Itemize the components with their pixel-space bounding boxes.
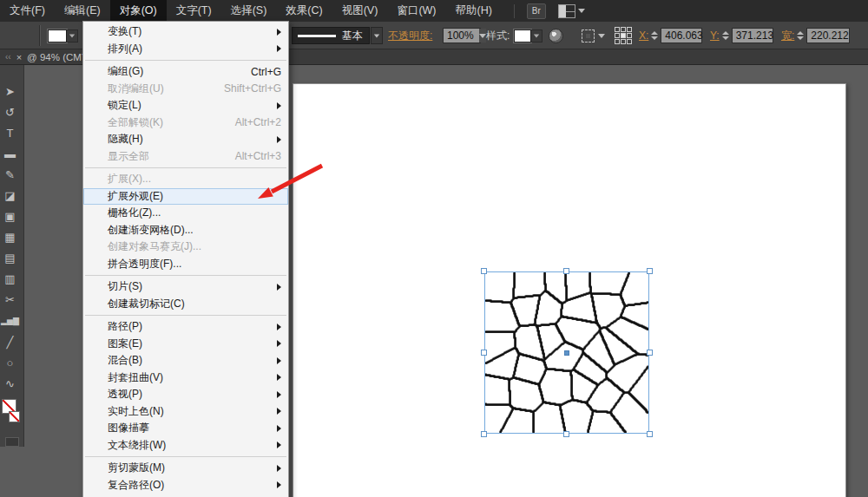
menu-effect[interactable]: 效果(C) bbox=[276, 0, 332, 22]
hand-tool-icon[interactable]: ∿ bbox=[2, 373, 23, 394]
selected-artwork[interactable] bbox=[484, 271, 649, 434]
opacity-value: 100% bbox=[447, 29, 474, 42]
width-label[interactable]: 宽: bbox=[781, 29, 794, 43]
style-label: 样式: bbox=[486, 29, 510, 43]
menu-item-clipping-mask[interactable]: 剪切蒙版(M) bbox=[83, 460, 288, 477]
menu-item-create-trim-marks[interactable]: 创建裁切标记(C) bbox=[83, 296, 288, 313]
submenu-arrow-icon bbox=[277, 29, 281, 36]
recolor-artwork-icon[interactable] bbox=[549, 29, 563, 43]
menu-item-slice[interactable]: 切片(S) bbox=[83, 278, 288, 296]
y-input[interactable]: 371.213 bbox=[732, 28, 773, 43]
menu-edit[interactable]: 编辑(E) bbox=[55, 0, 110, 22]
stroke-style-picker[interactable]: 基本 bbox=[292, 27, 370, 44]
menu-item-compound-path[interactable]: 复合路径(O) bbox=[83, 477, 288, 494]
workspace-layout-button[interactable] bbox=[558, 4, 585, 18]
graphic-style-swatch[interactable] bbox=[514, 29, 531, 43]
gradient-tool-icon[interactable]: ▥ bbox=[2, 269, 23, 290]
tab-close-icon[interactable]: × bbox=[16, 52, 22, 62]
menu-item-create-object-mosaic: 创建对象马赛克(J)... bbox=[83, 239, 288, 256]
tools-panel: ➤ ↺ T ▬ ✎ ◪ ▣ ▦ ▤ ▥ ✂ ▂▅▇ ╱ ○ ∿ bbox=[0, 65, 24, 447]
menu-item-expand-appearance[interactable]: 扩展外观(E) bbox=[83, 188, 288, 206]
menu-item-rasterize[interactable]: 栅格化(Z)... bbox=[83, 205, 288, 222]
graphic-style-dropdown[interactable] bbox=[531, 29, 542, 43]
lasso-tool-icon[interactable]: ↺ bbox=[2, 101, 23, 122]
stroke-style-label: 基本 bbox=[342, 29, 363, 43]
fill-stroke-indicator[interactable] bbox=[2, 399, 23, 430]
menu-separator bbox=[85, 275, 286, 276]
menu-window[interactable]: 窗口(W) bbox=[387, 0, 445, 22]
selection-handle[interactable] bbox=[481, 268, 487, 274]
selection-handle[interactable] bbox=[647, 431, 653, 437]
perspective-grid-tool-icon[interactable]: ▦ bbox=[2, 227, 23, 248]
menu-separator bbox=[85, 315, 286, 316]
zoom-tool-icon[interactable]: ○ bbox=[2, 352, 23, 373]
type-tool-icon[interactable]: T bbox=[2, 122, 23, 143]
width-input[interactable]: 220.212 bbox=[806, 28, 850, 43]
submenu-arrow-icon bbox=[277, 102, 281, 109]
submenu-arrow-icon bbox=[277, 284, 281, 291]
fill-color-swatch[interactable] bbox=[48, 29, 67, 43]
opacity-input[interactable]: 100% bbox=[443, 28, 481, 43]
menu-item-path[interactable]: 路径(P) bbox=[83, 318, 288, 336]
menu-item-transform[interactable]: 变换(T) bbox=[83, 23, 288, 41]
fill-color-dropdown[interactable] bbox=[67, 29, 78, 43]
stroke-none-icon[interactable] bbox=[9, 411, 20, 422]
tab-overflow-icon[interactable]: ‹‹ bbox=[5, 52, 11, 62]
x-stepper[interactable] bbox=[651, 31, 658, 40]
graph-tool-icon[interactable]: ▂▅▇ bbox=[2, 311, 23, 331]
menu-item-arrange[interactable]: 排列(A) bbox=[83, 41, 288, 58]
divider bbox=[39, 25, 40, 46]
reference-point-locator[interactable] bbox=[615, 27, 632, 44]
menu-item-image-trace[interactable]: 图像描摹 bbox=[83, 420, 288, 437]
selection-handle[interactable] bbox=[563, 268, 569, 274]
menu-item-hide[interactable]: 隐藏(H) bbox=[83, 131, 288, 148]
selection-tool-icon[interactable]: ➤ bbox=[2, 81, 23, 101]
bridge-button[interactable]: Br bbox=[527, 3, 546, 19]
menu-item-create-gradient-mesh[interactable]: 创建渐变网格(D)... bbox=[83, 222, 288, 239]
opacity-link[interactable]: 不透明度: bbox=[388, 29, 432, 43]
rectangle-tool-icon[interactable]: ▬ bbox=[2, 143, 23, 164]
pencil-tool-icon[interactable]: ✎ bbox=[2, 164, 23, 185]
selection-handle[interactable] bbox=[563, 431, 569, 437]
opacity-dropdown[interactable] bbox=[479, 29, 486, 43]
menu-object[interactable]: 对象(O) bbox=[110, 0, 167, 22]
shape-builder-tool-icon[interactable]: ▤ bbox=[2, 248, 23, 269]
artboard-tool-icon[interactable]: ▣ bbox=[2, 206, 23, 227]
submenu-arrow-icon bbox=[277, 374, 281, 381]
menu-item-unlock-all: 全部解锁(K)Alt+Ctrl+2 bbox=[83, 114, 288, 132]
layout-icon bbox=[558, 4, 575, 18]
selection-handle[interactable] bbox=[647, 350, 653, 356]
selection-center-point[interactable] bbox=[564, 350, 569, 356]
stroke-style-dropdown[interactable] bbox=[371, 27, 383, 44]
width-value: 220.212 bbox=[811, 29, 848, 42]
isolate-selection-icon[interactable] bbox=[582, 29, 595, 43]
menu-item-flatten-transparency[interactable]: 拼合透明度(F)... bbox=[83, 256, 288, 273]
eraser-tool-icon[interactable]: ◪ bbox=[2, 185, 23, 206]
chevron-down-icon[interactable] bbox=[598, 34, 605, 38]
scissors-tool-icon[interactable]: ✂ bbox=[2, 290, 23, 311]
y-label[interactable]: Y: bbox=[710, 29, 720, 42]
menu-item-group[interactable]: 编组(G)Ctrl+G bbox=[83, 63, 288, 81]
menu-select[interactable]: 选择(S) bbox=[221, 0, 277, 22]
menu-item-envelope-distort[interactable]: 封套扭曲(V) bbox=[83, 369, 288, 387]
brush-tool-icon[interactable]: ╱ bbox=[2, 331, 23, 352]
menu-item-blend[interactable]: 混合(B) bbox=[83, 352, 288, 369]
menu-item-lock[interactable]: 锁定(L) bbox=[83, 97, 288, 114]
menu-type[interactable]: 文字(T) bbox=[167, 0, 221, 22]
selection-handle[interactable] bbox=[481, 431, 487, 437]
width-stepper[interactable] bbox=[797, 31, 804, 40]
x-label[interactable]: X: bbox=[639, 29, 648, 42]
menu-separator bbox=[85, 167, 286, 168]
selection-handle[interactable] bbox=[481, 350, 487, 356]
menu-help[interactable]: 帮助(H) bbox=[446, 0, 502, 22]
selection-handle[interactable] bbox=[647, 268, 653, 274]
menu-file[interactable]: 文件(F) bbox=[0, 0, 55, 22]
menu-item-text-wrap[interactable]: 文本绕排(W) bbox=[83, 437, 288, 454]
menu-item-perspective[interactable]: 透视(P) bbox=[83, 386, 288, 403]
menu-view[interactable]: 视图(V) bbox=[332, 0, 388, 22]
x-input[interactable]: 406.063 bbox=[661, 28, 702, 43]
draw-mode-button[interactable] bbox=[5, 437, 19, 447]
menu-item-pattern[interactable]: 图案(E) bbox=[83, 336, 288, 353]
y-stepper[interactable] bbox=[722, 31, 729, 40]
menu-item-live-paint[interactable]: 实时上色(N) bbox=[83, 403, 288, 421]
